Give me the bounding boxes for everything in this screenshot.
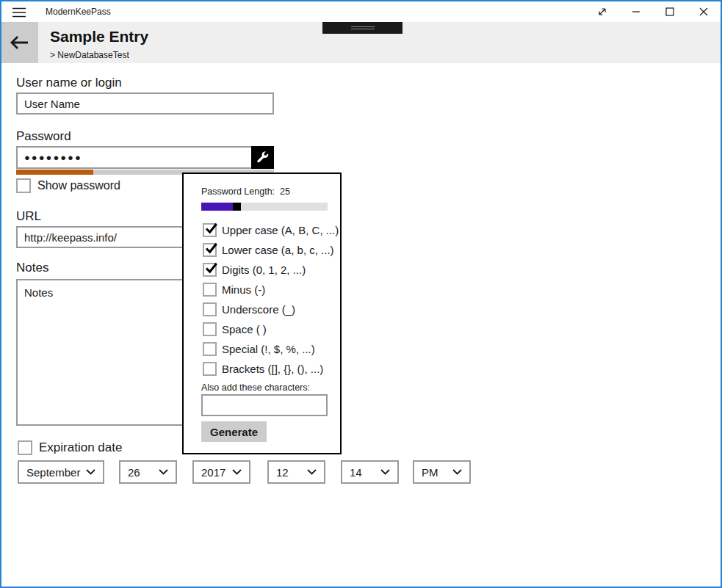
appbar-grip[interactable]	[322, 22, 402, 34]
length-slider-thumb[interactable]	[233, 203, 241, 211]
resize-button[interactable]	[585, 1, 619, 22]
password-strength-fill	[16, 170, 93, 175]
expiration-label: Expiration date	[39, 440, 122, 455]
brackets-label: Brackets ([], {}, (), ...)	[222, 363, 323, 375]
lowercase-label: Lower case (a, b, c, ...)	[222, 244, 334, 256]
page-title: Sample Entry	[50, 28, 148, 46]
digits-checkbox[interactable]	[203, 263, 217, 277]
hamburger-menu-button[interactable]	[10, 5, 28, 20]
space-label: Space ( )	[222, 323, 267, 335]
notes-label: Notes	[16, 261, 48, 275]
day-select[interactable]: 26	[119, 460, 177, 484]
brackets-checkbox[interactable]	[203, 362, 217, 376]
app-window: ModernKeePass	[0, 0, 722, 588]
digits-label: Digits (0, 1, 2, ...)	[222, 264, 306, 276]
generate-button[interactable]: Generate	[201, 421, 267, 442]
chevron-down-icon	[380, 469, 390, 475]
option-row-lowercase[interactable]: Lower case (a, b, c, ...)	[203, 243, 334, 257]
month-select[interactable]: September	[18, 460, 104, 484]
show-password-label: Show password	[37, 179, 120, 192]
underscore-checkbox[interactable]	[203, 302, 217, 316]
minus-label: Minus (-)	[222, 283, 265, 296]
resize-diagonal-icon	[597, 7, 607, 17]
wrench-icon	[256, 151, 269, 164]
length-label-text: Password Length:	[201, 186, 275, 197]
length-slider[interactable]	[201, 203, 328, 211]
back-button[interactable]	[1, 22, 38, 63]
password-field-wrap: ●●●●●●●●	[16, 146, 274, 169]
grip-line	[351, 26, 375, 27]
password-masked-value[interactable]: ●●●●●●●●	[24, 152, 82, 163]
chevron-down-icon	[232, 469, 242, 475]
special-checkbox[interactable]	[203, 342, 217, 356]
minus-checkbox[interactable]	[203, 283, 217, 297]
show-password-checkbox-row[interactable]: Show password	[16, 178, 120, 193]
window-controls	[585, 1, 721, 22]
minute-select[interactable]: 14	[341, 460, 399, 484]
expiration-checkbox-row[interactable]: Expiration date	[18, 440, 122, 455]
chevron-down-icon	[307, 469, 317, 475]
password-label: Password	[16, 129, 71, 144]
length-value: 25	[280, 186, 290, 197]
space-checkbox[interactable]	[203, 322, 217, 336]
minimize-button[interactable]	[619, 1, 653, 22]
maximize-icon	[665, 7, 674, 16]
option-row-uppercase[interactable]: Upper case (A, B, C, ...)	[203, 223, 339, 237]
password-length-label: Password Length: 25	[201, 186, 290, 197]
expiration-checkbox[interactable]	[18, 440, 32, 455]
option-row-underscore[interactable]: Underscore (_)	[203, 302, 295, 316]
uppercase-checkbox[interactable]	[203, 223, 217, 237]
username-input[interactable]	[24, 98, 266, 110]
url-label: URL	[16, 209, 41, 224]
option-row-minus[interactable]: Minus (-)	[203, 283, 265, 297]
chevron-down-icon	[159, 469, 168, 475]
option-row-space[interactable]: Space ( )	[203, 322, 267, 336]
length-slider-fill	[201, 203, 233, 211]
uppercase-label: Upper case (A, B, C, ...)	[222, 224, 339, 236]
username-field-wrap	[16, 92, 274, 115]
chevron-down-icon	[452, 469, 462, 475]
year-select[interactable]: 2017	[192, 460, 250, 484]
special-label: Special (!, $, %, ...)	[222, 343, 315, 355]
option-row-brackets[interactable]: Brackets ([], {}, (), ...)	[203, 362, 323, 376]
back-arrow-icon	[10, 35, 29, 51]
close-button[interactable]	[687, 1, 721, 22]
breadcrumb: > NewDatabaseTest	[50, 50, 129, 60]
generate-password-button[interactable]	[251, 146, 274, 169]
password-generator-popup: Password Length: 25 Upper case (A, B, C,…	[182, 173, 342, 454]
chevron-down-icon	[86, 469, 95, 475]
hour-value: 12	[276, 466, 289, 479]
checkmark-icon	[204, 221, 218, 236]
checkmark-icon	[204, 241, 218, 256]
close-icon	[699, 7, 708, 16]
option-row-digits[interactable]: Digits (0, 1, 2, ...)	[203, 263, 306, 277]
username-label: User name or login	[16, 76, 122, 90]
hour-select[interactable]: 12	[267, 460, 325, 484]
underscore-label: Underscore (_)	[222, 303, 295, 316]
year-value: 2017	[201, 466, 225, 479]
minute-value: 14	[350, 466, 362, 479]
lowercase-checkbox[interactable]	[203, 243, 217, 257]
window-title: ModernKeePass	[46, 7, 111, 17]
title-bar: ModernKeePass	[1, 1, 721, 22]
also-add-label: Also add these characters:	[201, 382, 310, 393]
minimize-icon	[632, 7, 640, 16]
checkmark-icon	[204, 261, 218, 276]
day-value: 26	[128, 466, 140, 479]
hamburger-icon	[12, 7, 26, 18]
maximize-button[interactable]	[653, 1, 687, 22]
show-password-checkbox[interactable]	[16, 178, 31, 193]
ampm-value: PM	[422, 466, 438, 479]
also-add-input[interactable]	[201, 394, 328, 416]
ampm-select[interactable]: PM	[413, 460, 471, 484]
option-row-special[interactable]: Special (!, $, %, ...)	[203, 342, 315, 356]
grip-line	[351, 29, 375, 29]
month-value: September	[26, 466, 80, 479]
